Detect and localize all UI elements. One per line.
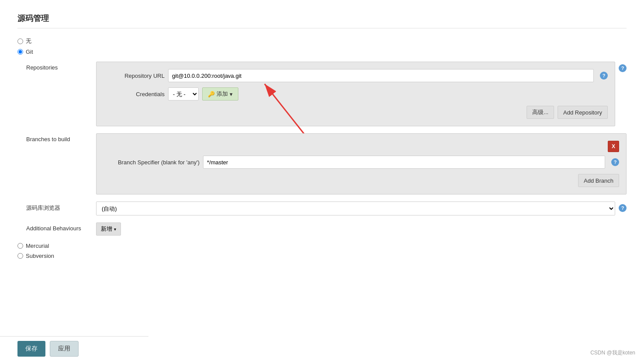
add-behaviour-dropdown-icon: ▾ — [114, 227, 116, 232]
apply-button[interactable]: 应用 — [50, 341, 79, 357]
watermark: CSDN @我是koten — [590, 349, 635, 357]
page-title: 源码管理 — [17, 13, 627, 28]
source-browser-help-icon[interactable]: ? — [619, 204, 627, 212]
credentials-select[interactable]: - 无 - — [168, 87, 199, 101]
radio-git-group: Git — [17, 49, 627, 55]
add-credentials-dropdown-icon: ▾ — [230, 91, 233, 97]
additional-behaviours-label: Additional Behaviours — [26, 222, 96, 232]
radio-mercurial-label[interactable]: Mercurial — [26, 243, 49, 249]
branches-inner-box: X Branch Specifier (blank for 'any') ? A… — [96, 133, 627, 194]
radio-subversion-group: Subversion — [17, 253, 627, 259]
add-repository-button[interactable]: Add Repository — [558, 106, 608, 119]
x-btn-row: X — [103, 141, 619, 152]
additional-behaviours-row: Additional Behaviours 新增 ▾ — [26, 222, 627, 236]
save-button[interactable]: 保存 — [17, 341, 45, 357]
git-form-section: Repositories Repository URL ? Credential… — [26, 62, 627, 236]
additional-behaviours-content: 新增 ▾ — [96, 222, 627, 236]
repositories-help-icon[interactable]: ? — [619, 64, 627, 72]
repos-wrapper: Repository URL ? Credentials - 无 - 🔑 — [96, 62, 615, 126]
add-credentials-label: 添加 — [217, 90, 228, 98]
branch-specifier-label: Branch Specifier (blank for 'any') — [103, 159, 200, 166]
radio-none[interactable] — [17, 38, 23, 44]
annotation-arrow — [184, 58, 271, 111]
add-behaviour-label: 新增 — [101, 225, 112, 233]
branches-row: Branches to build X Branch Specifier (bl… — [26, 133, 627, 194]
source-browser-select[interactable]: (自动) — [96, 201, 615, 215]
repositories-label: Repositories — [26, 62, 96, 71]
branches-content: X Branch Specifier (blank for 'any') ? A… — [96, 133, 627, 194]
radio-subversion-label[interactable]: Subversion — [26, 253, 54, 259]
key-icon: 🔑 — [208, 91, 215, 97]
branches-label: Branches to build — [26, 133, 96, 142]
credentials-row: Credentials - 无 - 🔑 添加 ▾ — [103, 87, 608, 101]
radio-git[interactable] — [17, 49, 23, 55]
source-browser-content: (自动) — [96, 201, 615, 215]
repositories-content: Repository URL ? Credentials - 无 - 🔑 — [96, 62, 615, 126]
delete-branch-button[interactable]: X — [608, 141, 619, 152]
radio-subversion[interactable] — [17, 253, 23, 259]
bottom-bar: 保存 应用 — [0, 336, 148, 361]
repositories-inner-box: Repository URL ? Credentials - 无 - 🔑 — [96, 62, 615, 126]
radio-mercurial[interactable] — [17, 243, 23, 249]
repo-url-input[interactable] — [168, 69, 594, 82]
radio-none-label[interactable]: 无 — [26, 37, 31, 45]
add-branch-button[interactable]: Add Branch — [578, 174, 619, 187]
branch-specifier-help-icon[interactable]: ? — [611, 158, 619, 166]
repo-url-help-icon[interactable]: ? — [600, 72, 608, 80]
repo-url-row: Repository URL ? — [103, 69, 608, 82]
repositories-row: Repositories Repository URL ? Credential… — [26, 62, 627, 126]
radio-git-label[interactable]: Git — [26, 49, 33, 55]
add-behaviour-button[interactable]: 新增 ▾ — [96, 222, 121, 236]
repo-buttons-row: 高级... Add Repository — [103, 106, 608, 119]
repo-url-label: Repository URL — [103, 73, 165, 79]
add-branch-btn-row: Add Branch — [103, 174, 619, 187]
add-credentials-button[interactable]: 🔑 添加 ▾ — [202, 87, 238, 101]
branch-specifier-row: Branch Specifier (blank for 'any') ? — [103, 156, 619, 169]
radio-none-group: 无 — [17, 37, 627, 45]
advanced-button[interactable]: 高级... — [527, 106, 554, 119]
source-browser-row: 源码库浏览器 (自动) ? — [26, 201, 627, 215]
branch-specifier-input[interactable] — [203, 156, 605, 169]
source-browser-label: 源码库浏览器 — [26, 201, 96, 212]
radio-mercurial-group: Mercurial — [17, 243, 627, 249]
credentials-label: Credentials — [103, 91, 165, 97]
